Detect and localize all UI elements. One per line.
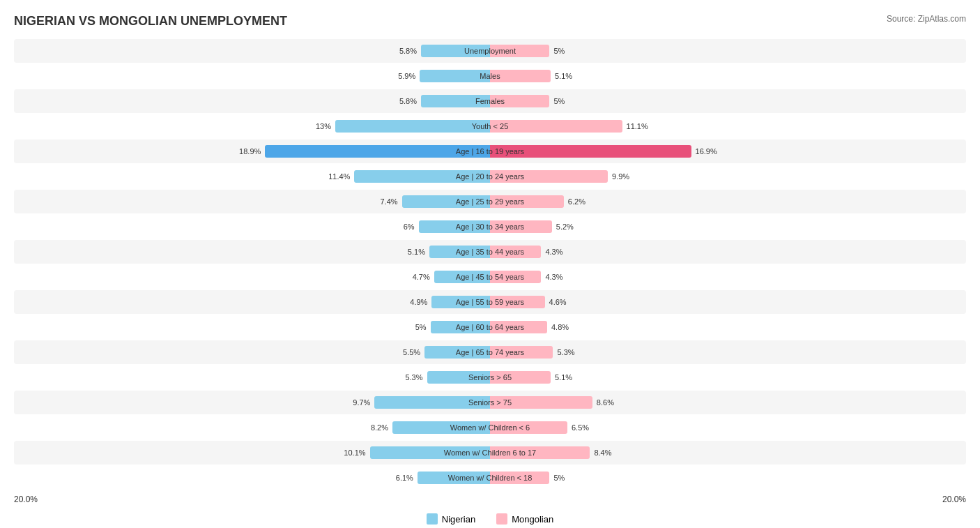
row-label: Age | 20 to 24 years — [456, 172, 524, 181]
row-label: Age | 30 to 34 years — [456, 222, 524, 231]
left-section: 5.9% — [14, 67, 490, 85]
chart-source: Source: ZipAtlas.com — [887, 14, 966, 24]
chart-rows-container: 5.8% Unemployment 5% 5.9% Males 5.1% 5 — [14, 39, 966, 490]
row-label: Males — [480, 72, 500, 80]
left-section: 6% — [14, 218, 490, 236]
row-label: Age | 35 to 44 years — [456, 248, 524, 256]
row-label: Age | 45 to 54 years — [456, 273, 524, 281]
chart-row: 18.9% Age | 16 to 19 years 16.9% — [14, 139, 966, 163]
chart-row: 5.1% Age | 35 to 44 years 4.3% — [14, 240, 966, 264]
chart-container: NIGERIAN VS MONGOLIAN UNEMPLOYMENT Sourc… — [0, 0, 980, 528]
mongolian-value: 4.6% — [549, 298, 567, 306]
row-label: Women w/ Children < 6 — [450, 423, 530, 432]
nigerian-value: 5% — [415, 323, 427, 331]
chart-row: 5.9% Males 5.1% — [14, 64, 966, 88]
right-section: 6.5% — [490, 418, 966, 437]
left-section: 8.2% — [14, 418, 490, 437]
bars-wrapper: 5.5% Age | 65 to 74 years 5.3% — [14, 340, 966, 364]
left-section: 6.1% — [14, 469, 490, 487]
chart-row: 8.2% Women w/ Children < 6 6.5% — [14, 416, 966, 439]
right-section: 4.3% — [490, 243, 966, 261]
nigerian-value: 5.5% — [403, 348, 420, 356]
left-section: 5.3% — [14, 368, 490, 386]
bars-wrapper: 5% Age | 60 to 64 years 4.8% — [14, 315, 966, 339]
row-label: Females — [475, 97, 505, 105]
mongolian-value: 5.2% — [556, 222, 574, 231]
row-label: Youth < 25 — [472, 122, 509, 130]
mongolian-value: 6.2% — [568, 197, 585, 206]
bars-wrapper: 18.9% Age | 16 to 19 years 16.9% — [14, 139, 966, 163]
left-section: 11.4% — [14, 167, 490, 186]
mongolian-value: 16.9% — [696, 147, 717, 156]
chart-title: NIGERIAN VS MONGOLIAN UNEMPLOYMENT — [14, 14, 287, 29]
right-section: 4.3% — [490, 268, 966, 286]
legend-nigerian-box — [427, 513, 438, 525]
bars-wrapper: 8.2% Women w/ Children < 6 6.5% — [14, 416, 966, 439]
row-label: Age | 25 to 29 years — [456, 197, 524, 206]
bars-wrapper: 6.1% Women w/ Children < 18 5% — [14, 466, 966, 490]
chart-header: NIGERIAN VS MONGOLIAN UNEMPLOYMENT Sourc… — [14, 14, 966, 29]
chart-row: 5% Age | 60 to 64 years 4.8% — [14, 315, 966, 339]
left-section: 5.8% — [14, 42, 490, 60]
nigerian-value: 6.1% — [396, 474, 413, 482]
legend-mongolian-label: Mongolian — [512, 514, 553, 525]
right-section: 5.1% — [490, 368, 966, 386]
nigerian-value: 5.8% — [399, 97, 417, 105]
mongolian-value: 4.3% — [545, 273, 562, 281]
right-section: 4.8% — [490, 318, 966, 336]
chart-row: 5.5% Age | 65 to 74 years 5.3% — [14, 340, 966, 364]
nigerian-value: 6% — [404, 222, 415, 231]
mongolian-value: 9.9% — [612, 172, 629, 181]
legend-mongolian: Mongolian — [496, 513, 553, 525]
right-section: 4.6% — [490, 293, 966, 311]
bars-wrapper: 11.4% Age | 20 to 24 years 9.9% — [14, 165, 966, 188]
bars-wrapper: 4.9% Age | 55 to 59 years 4.6% — [14, 290, 966, 314]
axis-right: 20.0% — [942, 495, 966, 504]
left-section: 7.4% — [14, 193, 490, 211]
bars-wrapper: 9.7% Seniors > 75 8.6% — [14, 391, 966, 414]
legend: Nigerian Mongolian — [14, 513, 966, 525]
mongolian-value: 5% — [553, 474, 565, 482]
nigerian-value: 5.9% — [398, 72, 415, 80]
right-section: 5% — [490, 92, 966, 110]
mongolian-value: 8.6% — [597, 398, 614, 407]
mongolian-value: 5% — [553, 47, 565, 55]
bars-wrapper: 5.8% Females 5% — [14, 89, 966, 113]
right-section: 5% — [490, 42, 966, 60]
mongolian-value: 11.1% — [627, 122, 648, 130]
row-label: Unemployment — [464, 47, 516, 55]
mongolian-value: 6.5% — [572, 423, 589, 432]
chart-row: 9.7% Seniors > 75 8.6% — [14, 391, 966, 414]
bars-wrapper: 13% Youth < 25 11.1% — [14, 114, 966, 138]
legend-mongolian-box — [496, 513, 507, 525]
chart-row: 13% Youth < 25 11.1% — [14, 114, 966, 138]
bars-wrapper: 7.4% Age | 25 to 29 years 6.2% — [14, 190, 966, 213]
mongolian-value: 5% — [553, 97, 565, 105]
row-label: Age | 55 to 59 years — [456, 298, 524, 306]
nigerian-value: 5.8% — [399, 47, 417, 55]
left-section: 5% — [14, 318, 490, 336]
nigerian-bar — [335, 120, 490, 133]
chart-row: 7.4% Age | 25 to 29 years 6.2% — [14, 190, 966, 213]
nigerian-value: 13% — [316, 122, 331, 130]
mongolian-value: 5.1% — [555, 373, 572, 382]
row-label: Age | 16 to 19 years — [456, 147, 524, 156]
chart-row: 4.7% Age | 45 to 54 years 4.3% — [14, 265, 966, 289]
nigerian-value: 10.1% — [344, 448, 365, 457]
left-section: 4.7% — [14, 268, 490, 286]
mongolian-value: 8.4% — [594, 448, 611, 457]
bars-wrapper: 4.7% Age | 45 to 54 years 4.3% — [14, 265, 966, 289]
left-section: 5.5% — [14, 343, 490, 361]
right-section: 8.4% — [490, 444, 966, 462]
left-section: 18.9% — [14, 142, 490, 160]
bars-wrapper: 5.3% Seniors > 65 5.1% — [14, 365, 966, 389]
left-section: 5.8% — [14, 92, 490, 110]
row-label: Age | 60 to 64 years — [456, 323, 524, 331]
mongolian-bar — [490, 120, 622, 133]
left-section: 10.1% — [14, 444, 490, 462]
legend-nigerian-label: Nigerian — [442, 514, 475, 525]
mongolian-value: 4.3% — [545, 248, 562, 256]
mongolian-value: 5.3% — [557, 348, 574, 356]
bars-wrapper: 5.8% Unemployment 5% — [14, 39, 966, 63]
chart-row: 4.9% Age | 55 to 59 years 4.6% — [14, 290, 966, 314]
